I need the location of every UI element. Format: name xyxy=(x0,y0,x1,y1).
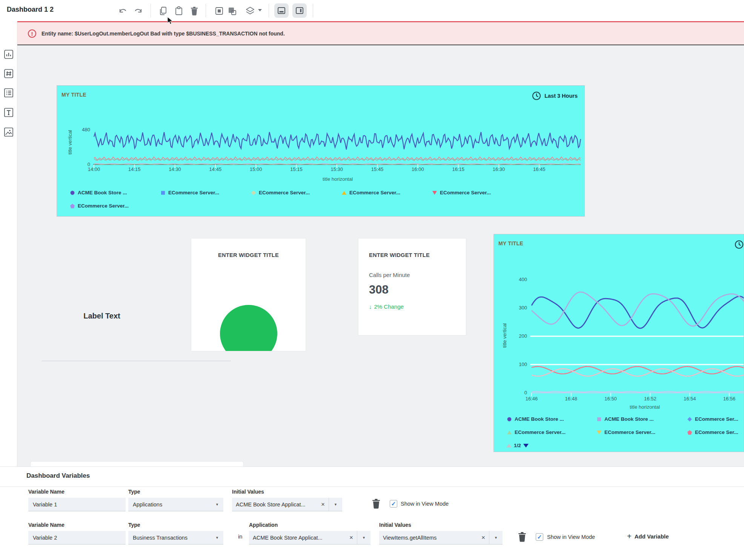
bring-to-front-icon[interactable] xyxy=(214,6,224,16)
x-tick-label: 14:45 xyxy=(204,166,227,172)
timeseries-widget-1[interactable]: MY TITLE Last 3 Hours 480014:0014:1514:3… xyxy=(57,85,585,217)
delete-icon[interactable] xyxy=(189,6,199,16)
undo-icon[interactable] xyxy=(118,6,128,16)
x-tick-label: 16:00 xyxy=(406,166,429,172)
x-tick-label: 16:15 xyxy=(447,166,470,172)
add-variable-button[interactable]: +Add Variable xyxy=(627,532,669,541)
text-widget-icon[interactable] xyxy=(3,107,14,118)
chevron-down-icon[interactable]: ▼ xyxy=(329,498,342,511)
y-axis-title: title vertical xyxy=(502,323,507,348)
legend-item[interactable]: ECommerce Server... xyxy=(597,429,655,435)
combo-value: ViewItems.getAllItems xyxy=(383,535,437,541)
time-range[interactable]: Last 3 Hours xyxy=(532,91,578,101)
y-axis-title: title vertical xyxy=(67,130,73,154)
plus-icon: + xyxy=(627,532,632,541)
error-icon: ! xyxy=(28,29,36,38)
type-select[interactable]: Business Transactions▼ xyxy=(128,531,223,545)
layers-icon[interactable] xyxy=(245,6,255,16)
metric-widget-icon[interactable] xyxy=(3,68,14,79)
x-tick-label: 16:45 xyxy=(528,166,550,172)
toolbar-divider xyxy=(206,4,206,17)
divider xyxy=(0,486,744,487)
legend-item[interactable]: ECommerce Ser... xyxy=(687,416,738,422)
widget-title: MY TITLE xyxy=(498,240,523,246)
x-tick-label: 15:45 xyxy=(366,166,389,172)
field-variable-name: Variable NameVariable 1 xyxy=(28,489,126,511)
page-up-icon[interactable] xyxy=(506,444,512,448)
legend-item[interactable]: ACME Book Store ... xyxy=(597,416,654,422)
series-line xyxy=(532,296,744,328)
legend-label: ECommerce Ser... xyxy=(695,429,738,435)
panel-title: Dashboard Variables xyxy=(26,472,90,480)
metric-widget[interactable]: ENTER WIDGET TITLE Calls per Minute 308 … xyxy=(358,238,466,335)
chevron-down-icon[interactable]: ▼ xyxy=(489,531,503,544)
layers-caret-icon[interactable] xyxy=(258,9,262,11)
delete-variable-button[interactable] xyxy=(518,532,527,542)
clear-icon[interactable]: × xyxy=(346,534,353,542)
copy-icon[interactable] xyxy=(158,6,168,16)
paste-icon[interactable] xyxy=(174,6,184,16)
variable-name-input[interactable]: Variable 2 xyxy=(28,531,126,545)
legend-pagination: 1/2 xyxy=(506,443,529,448)
legend-item[interactable]: ACME Book Store ... xyxy=(70,190,127,195)
legend-item[interactable]: ECommerce Server... xyxy=(251,190,310,195)
x-tick-label: 16:30 xyxy=(487,166,510,172)
legend-marker-diamond xyxy=(251,191,256,195)
x-tick-label: 16:56 xyxy=(718,396,741,402)
redo-icon[interactable] xyxy=(133,6,143,16)
legend-item[interactable]: ACME Book Store ... xyxy=(507,416,564,422)
type-select[interactable]: Applications▼ xyxy=(128,498,223,511)
x-tick-label: 14:15 xyxy=(123,166,146,172)
line-chart: 480014:0014:1514:3014:4515:0015:1515:301… xyxy=(57,86,584,216)
x-tick-label: 16:52 xyxy=(639,396,661,402)
widget-title: ENTER WIDGET TITLE xyxy=(191,252,306,258)
y-tick-label: 100 xyxy=(508,362,527,367)
legend-marker-triangle-down xyxy=(432,191,437,195)
value-combo[interactable]: ViewItems.getAllItems×▼ xyxy=(379,531,503,545)
label-widget[interactable]: Label Text xyxy=(57,308,147,325)
legend-marker-triangle-up xyxy=(507,430,512,435)
dashboard-editor: Dashboard 1 2 xyxy=(0,0,744,560)
legend-item[interactable]: ECommerce Server... xyxy=(161,190,219,195)
toolbar-divider xyxy=(313,4,313,17)
show-in-view-mode-checkbox[interactable]: ✓ xyxy=(390,500,397,508)
legend-item[interactable]: ECommerce Server... xyxy=(432,190,491,195)
delete-variable-button[interactable] xyxy=(372,498,381,509)
show-in-view-mode-checkbox[interactable]: ✓ xyxy=(536,533,543,541)
page-down-icon[interactable] xyxy=(523,444,529,448)
x-tick-label: 14:30 xyxy=(164,166,186,172)
variable-row: Variable NameVariable 1TypeApplications▼… xyxy=(0,489,744,521)
legend-label: ACME Book Store ... xyxy=(604,416,654,422)
x-tick-label: 15:15 xyxy=(285,166,308,172)
legend-item[interactable]: ECommerce Server... xyxy=(342,190,400,195)
value-combo[interactable]: ACME Book Store Applicat...×▼ xyxy=(232,498,342,511)
health-widget[interactable]: ENTER WIDGET TITLE xyxy=(191,238,306,351)
legend-marker-diamond xyxy=(687,417,692,422)
field-label: Type xyxy=(128,489,223,495)
value-combo[interactable]: ACME Book Store Applicat...×▼ xyxy=(249,531,370,545)
list-widget-icon[interactable] xyxy=(3,88,14,98)
timeseries-widget-2[interactable]: MY TITLE 400300200100016:4616:4816:5016:… xyxy=(493,234,744,452)
layout-bottom-panel-button[interactable] xyxy=(274,3,289,18)
time-range[interactable] xyxy=(734,240,744,249)
y-tick-label: 400 xyxy=(508,277,527,282)
legend-label: ACME Book Store ... xyxy=(515,416,564,422)
legend-item[interactable]: ECommerce Ser... xyxy=(687,429,738,435)
y-tick-label: 480 xyxy=(71,127,90,132)
legend-item[interactable]: ECommerce Server... xyxy=(507,429,566,435)
series-line xyxy=(532,366,744,374)
in-prefix-label: in xyxy=(238,534,242,540)
clear-icon[interactable]: × xyxy=(318,501,325,508)
send-to-back-icon[interactable] xyxy=(227,6,237,16)
chevron-down-icon[interactable]: ▼ xyxy=(357,531,370,544)
chart-widget-icon[interactable] xyxy=(3,49,14,60)
field-application: ApplicationACME Book Store Applicat...×▼ xyxy=(249,522,370,545)
layout-right-panel-button[interactable] xyxy=(292,3,307,18)
legend-item[interactable]: ECommerce Server... xyxy=(70,203,129,209)
legend-label: ECommerce Server... xyxy=(349,190,400,195)
series-line xyxy=(532,369,744,376)
variable-name-input[interactable]: Variable 1 xyxy=(28,498,126,511)
clear-icon[interactable]: × xyxy=(478,534,485,542)
widget-title: MY TITLE xyxy=(61,92,86,98)
image-widget-icon[interactable] xyxy=(3,127,14,137)
